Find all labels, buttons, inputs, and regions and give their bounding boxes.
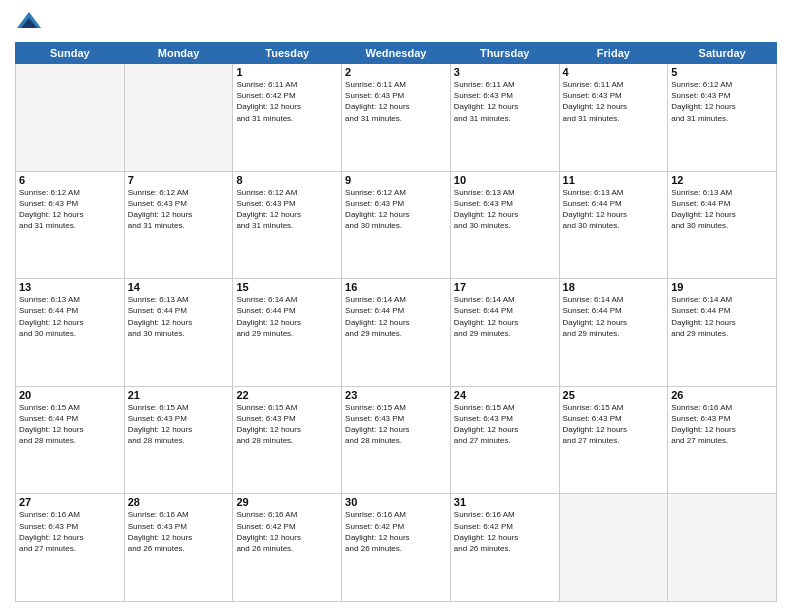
cell-info: Sunrise: 6:14 AMSunset: 6:44 PMDaylight:…	[671, 294, 773, 339]
calendar-cell-w3d1: 21Sunrise: 6:15 AMSunset: 6:43 PMDayligh…	[124, 386, 233, 494]
day-number: 26	[671, 389, 773, 401]
calendar-cell-w1d2: 8Sunrise: 6:12 AMSunset: 6:43 PMDaylight…	[233, 171, 342, 279]
day-number: 9	[345, 174, 447, 186]
day-number: 31	[454, 496, 556, 508]
day-number: 24	[454, 389, 556, 401]
cell-info: Sunrise: 6:15 AMSunset: 6:43 PMDaylight:…	[563, 402, 665, 447]
cell-info: Sunrise: 6:16 AMSunset: 6:43 PMDaylight:…	[671, 402, 773, 447]
cell-info: Sunrise: 6:12 AMSunset: 6:43 PMDaylight:…	[236, 187, 338, 232]
cell-info: Sunrise: 6:15 AMSunset: 6:43 PMDaylight:…	[345, 402, 447, 447]
day-number: 19	[671, 281, 773, 293]
calendar-cell-w2d1: 14Sunrise: 6:13 AMSunset: 6:44 PMDayligh…	[124, 279, 233, 387]
day-number: 11	[563, 174, 665, 186]
calendar-cell-w3d4: 24Sunrise: 6:15 AMSunset: 6:43 PMDayligh…	[450, 386, 559, 494]
calendar-cell-w3d2: 22Sunrise: 6:15 AMSunset: 6:43 PMDayligh…	[233, 386, 342, 494]
cell-info: Sunrise: 6:13 AMSunset: 6:44 PMDaylight:…	[19, 294, 121, 339]
day-number: 16	[345, 281, 447, 293]
calendar-cell-w4d0: 27Sunrise: 6:16 AMSunset: 6:43 PMDayligh…	[16, 494, 125, 602]
calendar-cell-w4d1: 28Sunrise: 6:16 AMSunset: 6:43 PMDayligh…	[124, 494, 233, 602]
day-number: 14	[128, 281, 230, 293]
day-number: 30	[345, 496, 447, 508]
cell-info: Sunrise: 6:15 AMSunset: 6:43 PMDaylight:…	[128, 402, 230, 447]
calendar-cell-w1d3: 9Sunrise: 6:12 AMSunset: 6:43 PMDaylight…	[342, 171, 451, 279]
calendar-table: SundayMondayTuesdayWednesdayThursdayFrid…	[15, 42, 777, 602]
day-number: 13	[19, 281, 121, 293]
logo	[15, 10, 45, 34]
logo-icon	[15, 10, 43, 34]
day-number: 18	[563, 281, 665, 293]
calendar-cell-w3d3: 23Sunrise: 6:15 AMSunset: 6:43 PMDayligh…	[342, 386, 451, 494]
day-number: 20	[19, 389, 121, 401]
day-number: 17	[454, 281, 556, 293]
cell-info: Sunrise: 6:11 AMSunset: 6:42 PMDaylight:…	[236, 79, 338, 124]
day-number: 2	[345, 66, 447, 78]
cell-info: Sunrise: 6:12 AMSunset: 6:43 PMDaylight:…	[671, 79, 773, 124]
cell-info: Sunrise: 6:15 AMSunset: 6:43 PMDaylight:…	[236, 402, 338, 447]
cell-info: Sunrise: 6:11 AMSunset: 6:43 PMDaylight:…	[563, 79, 665, 124]
day-number: 8	[236, 174, 338, 186]
cell-info: Sunrise: 6:16 AMSunset: 6:42 PMDaylight:…	[345, 509, 447, 554]
calendar-cell-w1d0: 6Sunrise: 6:12 AMSunset: 6:43 PMDaylight…	[16, 171, 125, 279]
day-number: 12	[671, 174, 773, 186]
cell-info: Sunrise: 6:12 AMSunset: 6:43 PMDaylight:…	[128, 187, 230, 232]
cell-info: Sunrise: 6:14 AMSunset: 6:44 PMDaylight:…	[345, 294, 447, 339]
calendar-cell-w2d5: 18Sunrise: 6:14 AMSunset: 6:44 PMDayligh…	[559, 279, 668, 387]
cell-info: Sunrise: 6:11 AMSunset: 6:43 PMDaylight:…	[454, 79, 556, 124]
week-row-3: 20Sunrise: 6:15 AMSunset: 6:44 PMDayligh…	[16, 386, 777, 494]
day-number: 29	[236, 496, 338, 508]
cell-info: Sunrise: 6:14 AMSunset: 6:44 PMDaylight:…	[563, 294, 665, 339]
cell-info: Sunrise: 6:13 AMSunset: 6:43 PMDaylight:…	[454, 187, 556, 232]
cell-info: Sunrise: 6:13 AMSunset: 6:44 PMDaylight:…	[671, 187, 773, 232]
cell-info: Sunrise: 6:11 AMSunset: 6:43 PMDaylight:…	[345, 79, 447, 124]
day-number: 5	[671, 66, 773, 78]
week-row-1: 6Sunrise: 6:12 AMSunset: 6:43 PMDaylight…	[16, 171, 777, 279]
calendar-cell-w4d6	[668, 494, 777, 602]
weekday-header-thursday: Thursday	[450, 43, 559, 64]
calendar-cell-w3d5: 25Sunrise: 6:15 AMSunset: 6:43 PMDayligh…	[559, 386, 668, 494]
weekday-header-tuesday: Tuesday	[233, 43, 342, 64]
cell-info: Sunrise: 6:14 AMSunset: 6:44 PMDaylight:…	[454, 294, 556, 339]
calendar-cell-w2d2: 15Sunrise: 6:14 AMSunset: 6:44 PMDayligh…	[233, 279, 342, 387]
cell-info: Sunrise: 6:16 AMSunset: 6:43 PMDaylight:…	[19, 509, 121, 554]
calendar-cell-w4d5	[559, 494, 668, 602]
cell-info: Sunrise: 6:16 AMSunset: 6:43 PMDaylight:…	[128, 509, 230, 554]
calendar-cell-w1d4: 10Sunrise: 6:13 AMSunset: 6:43 PMDayligh…	[450, 171, 559, 279]
day-number: 21	[128, 389, 230, 401]
cell-info: Sunrise: 6:15 AMSunset: 6:43 PMDaylight:…	[454, 402, 556, 447]
weekday-header-saturday: Saturday	[668, 43, 777, 64]
calendar-cell-w0d0	[16, 64, 125, 172]
calendar-cell-w4d2: 29Sunrise: 6:16 AMSunset: 6:42 PMDayligh…	[233, 494, 342, 602]
day-number: 7	[128, 174, 230, 186]
weekday-header-monday: Monday	[124, 43, 233, 64]
week-row-2: 13Sunrise: 6:13 AMSunset: 6:44 PMDayligh…	[16, 279, 777, 387]
weekday-header-friday: Friday	[559, 43, 668, 64]
day-number: 28	[128, 496, 230, 508]
day-number: 1	[236, 66, 338, 78]
day-number: 3	[454, 66, 556, 78]
cell-info: Sunrise: 6:14 AMSunset: 6:44 PMDaylight:…	[236, 294, 338, 339]
calendar-cell-w0d4: 3Sunrise: 6:11 AMSunset: 6:43 PMDaylight…	[450, 64, 559, 172]
cell-info: Sunrise: 6:13 AMSunset: 6:44 PMDaylight:…	[128, 294, 230, 339]
cell-info: Sunrise: 6:12 AMSunset: 6:43 PMDaylight:…	[345, 187, 447, 232]
week-row-0: 1Sunrise: 6:11 AMSunset: 6:42 PMDaylight…	[16, 64, 777, 172]
calendar-cell-w0d6: 5Sunrise: 6:12 AMSunset: 6:43 PMDaylight…	[668, 64, 777, 172]
day-number: 4	[563, 66, 665, 78]
calendar-cell-w2d0: 13Sunrise: 6:13 AMSunset: 6:44 PMDayligh…	[16, 279, 125, 387]
calendar-cell-w2d3: 16Sunrise: 6:14 AMSunset: 6:44 PMDayligh…	[342, 279, 451, 387]
calendar-cell-w2d6: 19Sunrise: 6:14 AMSunset: 6:44 PMDayligh…	[668, 279, 777, 387]
cell-info: Sunrise: 6:16 AMSunset: 6:42 PMDaylight:…	[236, 509, 338, 554]
day-number: 22	[236, 389, 338, 401]
cell-info: Sunrise: 6:12 AMSunset: 6:43 PMDaylight:…	[19, 187, 121, 232]
weekday-header-row: SundayMondayTuesdayWednesdayThursdayFrid…	[16, 43, 777, 64]
calendar-cell-w3d6: 26Sunrise: 6:16 AMSunset: 6:43 PMDayligh…	[668, 386, 777, 494]
cell-info: Sunrise: 6:13 AMSunset: 6:44 PMDaylight:…	[563, 187, 665, 232]
day-number: 10	[454, 174, 556, 186]
calendar-cell-w3d0: 20Sunrise: 6:15 AMSunset: 6:44 PMDayligh…	[16, 386, 125, 494]
day-number: 23	[345, 389, 447, 401]
calendar-cell-w4d4: 31Sunrise: 6:16 AMSunset: 6:42 PMDayligh…	[450, 494, 559, 602]
day-number: 15	[236, 281, 338, 293]
day-number: 27	[19, 496, 121, 508]
calendar-cell-w0d3: 2Sunrise: 6:11 AMSunset: 6:43 PMDaylight…	[342, 64, 451, 172]
day-number: 25	[563, 389, 665, 401]
calendar-cell-w1d5: 11Sunrise: 6:13 AMSunset: 6:44 PMDayligh…	[559, 171, 668, 279]
